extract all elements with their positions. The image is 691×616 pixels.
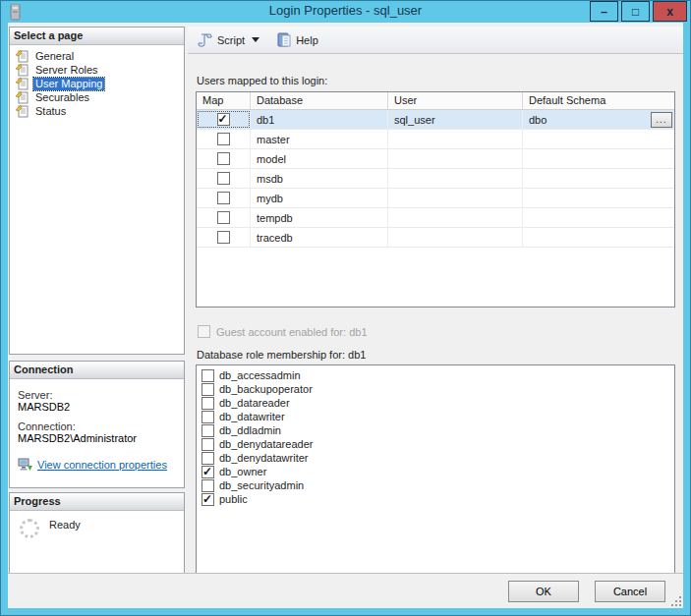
dialog-content: Select a page General Server Roles: [8, 23, 683, 608]
role-label: db_securityadmin: [219, 479, 304, 491]
sidebar-page-item[interactable]: Server Roles: [12, 63, 182, 77]
page-icon: [16, 77, 29, 90]
map-cell: [197, 189, 251, 207]
server-label: Server:: [18, 389, 176, 401]
database-cell: db1: [251, 110, 388, 129]
map-checkbox[interactable]: [217, 113, 230, 126]
role-list-item[interactable]: db_ddladmin: [197, 423, 674, 437]
database-cell: mydb: [251, 189, 388, 207]
table-row[interactable]: msdb: [197, 169, 674, 189]
role-checkbox[interactable]: [202, 383, 214, 396]
select-page-header: Select a page: [10, 28, 184, 45]
guest-account-row: Guest account enabled for: db1: [198, 325, 368, 338]
role-list-item[interactable]: db_datareader: [197, 396, 674, 410]
footer: OK Cancel: [8, 573, 683, 608]
role-checkbox[interactable]: [202, 397, 214, 410]
role-list-item[interactable]: db_owner: [197, 465, 674, 478]
role-checkbox[interactable]: [202, 438, 214, 451]
role-label: db_backupoperator: [219, 383, 313, 395]
table-row[interactable]: master: [197, 130, 674, 149]
login-properties-dialog: Login Properties - sql_user – □ x Select…: [0, 0, 691, 616]
role-checkbox[interactable]: [202, 369, 214, 382]
role-label: db_ddladmin: [219, 424, 281, 436]
table-row[interactable]: tracedb: [197, 228, 674, 248]
connection-pane: Connection Server: MARSDB2 Connection: M…: [9, 361, 185, 488]
role-membership-label: Database role membership for: db1: [197, 349, 366, 361]
users-mapped-table: Map Database User Default Schema db1 sql…: [196, 91, 675, 308]
database-cell: tracedb: [251, 228, 388, 247]
table-row[interactable]: db1 sql_user dbo ...: [197, 110, 674, 130]
map-checkbox[interactable]: [217, 211, 230, 224]
role-label: db_denydatawriter: [219, 452, 309, 464]
sidebar-page-item[interactable]: Status: [12, 104, 182, 118]
role-checkbox[interactable]: [202, 479, 214, 492]
role-checkbox[interactable]: [202, 452, 214, 465]
role-list-item[interactable]: db_backupoperator: [197, 382, 674, 396]
guest-account-checkbox: [198, 325, 210, 338]
role-label: db_denydatareader: [219, 438, 313, 450]
window-title: Login Properties - sql_user: [1, 3, 690, 18]
role-list-item[interactable]: db_datawriter: [197, 410, 674, 423]
user-cell: [388, 189, 523, 207]
select-page-pane: Select a page General Server Roles: [9, 27, 185, 355]
user-cell: [388, 169, 523, 188]
table-row[interactable]: mydb: [197, 189, 674, 208]
connection-value: MARSDB2\Administrator: [18, 432, 176, 444]
server-value: MARSDB2: [18, 401, 176, 413]
minimize-button[interactable]: –: [590, 1, 618, 22]
resize-grip[interactable]: [669, 594, 681, 606]
sidebar-page-item-label: Status: [33, 105, 68, 118]
map-checkbox[interactable]: [217, 172, 230, 185]
sidebar-page-item[interactable]: General: [12, 49, 182, 63]
role-list-item[interactable]: db_securityadmin: [197, 478, 674, 492]
sidebar-page-item-label: Server Roles: [33, 64, 100, 77]
maximize-button[interactable]: □: [621, 1, 650, 22]
role-checkbox[interactable]: [202, 411, 214, 423]
default-schema-cell: [523, 208, 674, 227]
progress-pane: Progress Ready: [9, 492, 185, 574]
role-checkbox[interactable]: [202, 493, 214, 506]
role-label: db_datawriter: [219, 411, 285, 422]
sidebar-page-item[interactable]: Securables: [12, 90, 182, 104]
map-cell: [197, 110, 251, 129]
default-schema-cell: [523, 130, 674, 148]
page-icon: [16, 49, 29, 63]
map-cell: [197, 228, 251, 247]
page-icon: [16, 63, 29, 77]
script-button[interactable]: Script: [194, 30, 263, 49]
page-list: General Server Roles User Mapping: [10, 45, 184, 122]
script-dropdown-caret: [252, 37, 259, 42]
page-icon: [16, 90, 29, 104]
map-checkbox[interactable]: [217, 192, 230, 204]
table-row[interactable]: model: [197, 149, 674, 169]
role-checkbox[interactable]: [202, 424, 214, 437]
browse-schema-button[interactable]: ...: [651, 112, 672, 128]
map-checkbox[interactable]: [217, 231, 230, 244]
help-button[interactable]: Help: [273, 30, 322, 49]
map-checkbox[interactable]: [217, 133, 230, 145]
cancel-button[interactable]: Cancel: [595, 581, 665, 602]
connection-properties-icon: [18, 458, 32, 472]
view-connection-properties-link[interactable]: View connection properties: [37, 459, 167, 471]
table-row[interactable]: tempdb: [197, 208, 674, 228]
role-membership-list: db_accessadmin db_backupoperator db_data…: [196, 364, 675, 574]
role-list-item[interactable]: db_accessadmin: [197, 368, 674, 382]
default-schema-value: dbo: [529, 114, 547, 126]
help-button-label: Help: [296, 34, 318, 46]
ok-button[interactable]: OK: [508, 581, 579, 602]
close-button[interactable]: x: [653, 1, 687, 22]
map-cell: [197, 208, 251, 227]
toolbar: Script Help: [188, 27, 683, 54]
script-icon: [198, 32, 213, 47]
sidebar-page-item-label: Securables: [33, 91, 91, 104]
role-checkbox[interactable]: [202, 466, 214, 478]
role-list-item[interactable]: db_denydatawriter: [197, 451, 674, 465]
sidebar-page-item[interactable]: User Mapping: [12, 77, 182, 90]
progress-spinner-icon: [20, 519, 39, 538]
titlebar: Login Properties - sql_user – □ x: [1, 1, 690, 23]
connection-label: Connection:: [18, 420, 176, 432]
role-list-item[interactable]: public: [197, 492, 674, 506]
map-checkbox[interactable]: [217, 152, 230, 165]
guest-account-label: Guest account enabled for: db1: [216, 326, 368, 338]
role-list-item[interactable]: db_denydatareader: [197, 437, 674, 451]
